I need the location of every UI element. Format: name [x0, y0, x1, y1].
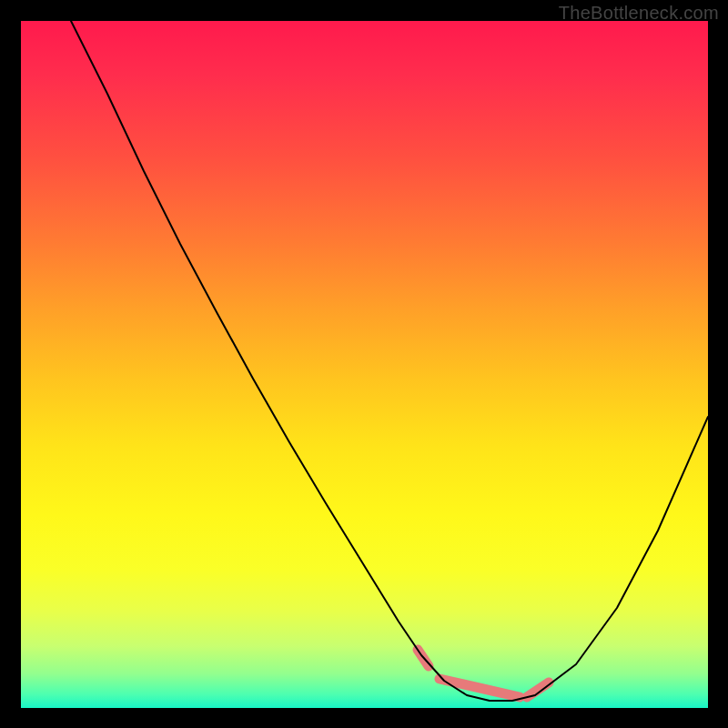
curve-highlight-2: [440, 679, 520, 697]
plot-area: [21, 21, 708, 708]
chart-svg: [21, 21, 708, 708]
curve-highlight-3: [527, 682, 549, 697]
chart-frame: TheBottleneck.com: [0, 0, 728, 728]
bottleneck-curve: [71, 21, 708, 701]
